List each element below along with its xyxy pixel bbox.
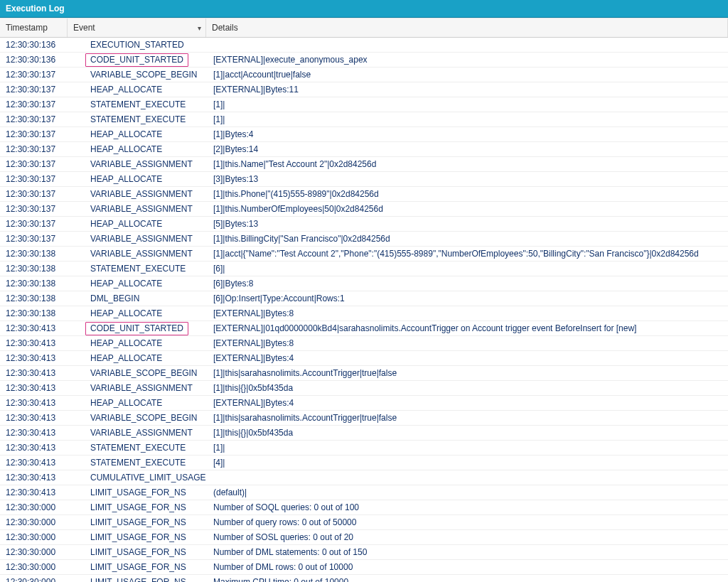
log-row[interactable]: 12:30:30:137HEAP_ALLOCATE[2]|Bytes:14 [0, 142, 728, 157]
log-row[interactable]: 12:30:30:413HEAP_ALLOCATE[EXTERNAL]|Byte… [0, 351, 728, 366]
cell-event: VARIABLE_ASSIGNMENT [68, 249, 206, 259]
cell-details: Number of query rows: 0 out of 50000 [206, 517, 728, 527]
cell-event: HEAP_ALLOCATE [68, 129, 206, 139]
log-row[interactable]: 12:30:30:413STATEMENT_EXECUTE[4]| [0, 456, 728, 470]
cell-timestamp: 12:30:30:413 [0, 473, 68, 483]
cell-details: [1]| [206, 443, 728, 453]
cell-details: Number of SOQL queries: 0 out of 100 [206, 502, 728, 512]
log-row[interactable]: 12:30:30:137HEAP_ALLOCATE[5]|Bytes:13 [0, 217, 728, 232]
log-row[interactable]: 12:30:30:136EXECUTION_STARTED [0, 38, 728, 53]
cell-timestamp: 12:30:30:136 [0, 40, 68, 50]
log-row[interactable]: 12:30:30:136CODE_UNIT_STARTED[EXTERNAL]|… [0, 53, 728, 68]
cell-timestamp: 12:30:30:000 [0, 532, 68, 542]
cell-timestamp: 12:30:30:137 [0, 99, 68, 109]
cell-timestamp: 12:30:30:000 [0, 547, 68, 557]
log-row[interactable]: 12:30:30:137VARIABLE_ASSIGNMENT[1]|this.… [0, 232, 728, 247]
log-row[interactable]: 12:30:30:413CUMULATIVE_LIMIT_USAGE [0, 470, 728, 485]
log-row[interactable]: 12:30:30:413HEAP_ALLOCATE[EXTERNAL]|Byte… [0, 396, 728, 411]
log-row[interactable]: 12:30:30:137VARIABLE_ASSIGNMENT[1]|this.… [0, 157, 728, 172]
log-row[interactable]: 12:30:30:413VARIABLE_ASSIGNMENT[1]|this|… [0, 426, 728, 441]
cell-timestamp: 12:30:30:413 [0, 323, 68, 333]
log-row[interactable]: 12:30:30:138DML_BEGIN[6]|Op:Insert|Type:… [0, 291, 728, 306]
log-row[interactable]: 12:30:30:413LIMIT_USAGE_FOR_NS(default)| [0, 485, 728, 500]
cell-details: [EXTERNAL]|Bytes:8 [206, 338, 728, 348]
log-row[interactable]: 12:30:30:137HEAP_ALLOCATE[3]|Bytes:13 [0, 172, 728, 187]
panel-title-text: Execution Log [6, 4, 65, 14]
log-row[interactable]: 12:30:30:137HEAP_ALLOCATE[1]|Bytes:4 [0, 127, 728, 142]
cell-details: [1]|acct|Account|true|false [206, 70, 728, 80]
cell-details: [1]|this|{}|0x5bf435da [206, 383, 728, 393]
column-header-event-label: Event [73, 23, 95, 33]
cell-event: VARIABLE_ASSIGNMENT [68, 204, 206, 214]
cell-event: LIMIT_USAGE_FOR_NS [68, 487, 206, 497]
cell-event: HEAP_ALLOCATE [68, 279, 206, 289]
cell-details: [EXTERNAL]|Bytes:4 [206, 398, 728, 408]
log-row[interactable]: 12:30:30:413VARIABLE_SCOPE_BEGIN[1]|this… [0, 366, 728, 381]
cell-timestamp: 12:30:30:000 [0, 577, 68, 582]
cell-timestamp: 12:30:30:413 [0, 428, 68, 438]
cell-event: HEAP_ALLOCATE [68, 338, 206, 348]
cell-timestamp: 12:30:30:138 [0, 264, 68, 274]
log-row[interactable]: 12:30:30:138VARIABLE_ASSIGNMENT[1]|acct|… [0, 247, 728, 262]
cell-details: [6]|Bytes:8 [206, 279, 728, 289]
cell-details: [1]|this.NumberOfEmployees|50|0x2d84256d [206, 204, 728, 214]
column-header-event[interactable]: Event ▾ [68, 18, 206, 37]
grid-body[interactable]: 12:30:30:136EXECUTION_STARTED12:30:30:13… [0, 38, 728, 582]
cell-event: HEAP_ALLOCATE [68, 85, 206, 95]
log-row[interactable]: 12:30:30:000LIMIT_USAGE_FOR_NSNumber of … [0, 560, 728, 575]
cell-details: [EXTERNAL]|Bytes:8 [206, 308, 728, 318]
column-header-details[interactable]: Details [206, 18, 728, 37]
cell-timestamp: 12:30:30:137 [0, 189, 68, 199]
log-row[interactable]: 12:30:30:000LIMIT_USAGE_FOR_NSNumber of … [0, 545, 728, 560]
highlight-box: CODE_UNIT_STARTED [85, 53, 188, 67]
cell-timestamp: 12:30:30:413 [0, 368, 68, 378]
log-row[interactable]: 12:30:30:000LIMIT_USAGE_FOR_NSNumber of … [0, 515, 728, 530]
log-row[interactable]: 12:30:30:137VARIABLE_ASSIGNMENT[1]|this.… [0, 202, 728, 217]
log-row[interactable]: 12:30:30:000LIMIT_USAGE_FOR_NSMaximum CP… [0, 575, 728, 582]
log-row[interactable]: 12:30:30:413HEAP_ALLOCATE[EXTERNAL]|Byte… [0, 336, 728, 351]
cell-event: LIMIT_USAGE_FOR_NS [68, 517, 206, 527]
column-header-timestamp[interactable]: Timestamp [0, 18, 68, 37]
cell-timestamp: 12:30:30:137 [0, 159, 68, 169]
cell-event: HEAP_ALLOCATE [68, 174, 206, 184]
cell-event: STATEMENT_EXECUTE [68, 114, 206, 124]
cell-event: LIMIT_USAGE_FOR_NS [68, 562, 206, 572]
cell-details: [1]|this.BillingCity|"San Francisco"|0x2… [206, 234, 728, 244]
cell-details: [1]|this|sarahasnolimits.AccountTrigger|… [206, 413, 728, 423]
cell-event: STATEMENT_EXECUTE [68, 458, 206, 468]
log-row[interactable]: 12:30:30:137VARIABLE_ASSIGNMENT[1]|this.… [0, 187, 728, 202]
cell-timestamp: 12:30:30:413 [0, 383, 68, 393]
cell-event: DML_BEGIN [68, 293, 206, 303]
cell-event: LIMIT_USAGE_FOR_NS [68, 532, 206, 542]
log-row[interactable]: 12:30:30:000LIMIT_USAGE_FOR_NSNumber of … [0, 500, 728, 515]
cell-event: STATEMENT_EXECUTE [68, 99, 206, 109]
cell-timestamp: 12:30:30:137 [0, 129, 68, 139]
log-row[interactable]: 12:30:30:137STATEMENT_EXECUTE[1]| [0, 97, 728, 112]
cell-event: VARIABLE_ASSIGNMENT [68, 383, 206, 393]
cell-event: LIMIT_USAGE_FOR_NS [68, 577, 206, 582]
cell-event: EXECUTION_STARTED [68, 40, 206, 50]
cell-timestamp: 12:30:30:413 [0, 338, 68, 348]
cell-details: [EXTERNAL]|Bytes:11 [206, 85, 728, 95]
cell-details: [1]|this.Phone|"(415)555-8989"|0x2d84256… [206, 189, 728, 199]
dropdown-arrow-icon[interactable]: ▾ [198, 24, 201, 32]
log-row[interactable]: 12:30:30:000LIMIT_USAGE_FOR_NSNumber of … [0, 530, 728, 545]
cell-details: Maximum CPU time: 0 out of 10000 [206, 577, 728, 582]
log-row[interactable]: 12:30:30:138STATEMENT_EXECUTE[6]| [0, 262, 728, 276]
log-row[interactable]: 12:30:30:413VARIABLE_ASSIGNMENT[1]|this|… [0, 381, 728, 396]
log-row[interactable]: 12:30:30:137STATEMENT_EXECUTE[1]| [0, 112, 728, 127]
cell-details: [3]|Bytes:13 [206, 174, 728, 184]
cell-event: VARIABLE_ASSIGNMENT [68, 189, 206, 199]
cell-timestamp: 12:30:30:137 [0, 114, 68, 124]
log-row[interactable]: 12:30:30:138HEAP_ALLOCATE[EXTERNAL]|Byte… [0, 306, 728, 321]
log-row[interactable]: 12:30:30:137HEAP_ALLOCATE[EXTERNAL]|Byte… [0, 82, 728, 97]
log-row[interactable]: 12:30:30:137VARIABLE_SCOPE_BEGIN[1]|acct… [0, 68, 728, 82]
cell-timestamp: 12:30:30:413 [0, 353, 68, 363]
cell-event: STATEMENT_EXECUTE [68, 443, 206, 453]
log-row[interactable]: 12:30:30:413CODE_UNIT_STARTED[EXTERNAL]|… [0, 321, 728, 336]
cell-event: HEAP_ALLOCATE [68, 398, 206, 408]
log-row[interactable]: 12:30:30:138HEAP_ALLOCATE[6]|Bytes:8 [0, 276, 728, 291]
log-row[interactable]: 12:30:30:413STATEMENT_EXECUTE[1]| [0, 441, 728, 456]
cell-timestamp: 12:30:30:413 [0, 413, 68, 423]
log-row[interactable]: 12:30:30:413VARIABLE_SCOPE_BEGIN[1]|this… [0, 411, 728, 426]
